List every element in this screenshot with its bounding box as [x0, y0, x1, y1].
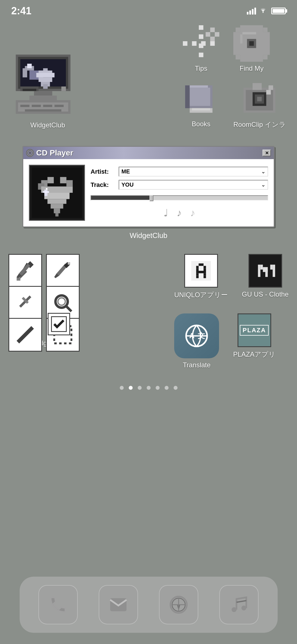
- svg-rect-30: [199, 53, 203, 57]
- cd-artist-dropdown[interactable]: ⌄: [261, 169, 265, 175]
- svg-point-97: [58, 298, 65, 305]
- svg-rect-22: [32, 105, 41, 107]
- bottom-apps-section: WidgetClub: [0, 254, 297, 369]
- svg-rect-5: [23, 68, 27, 77]
- svg-line-98: [18, 327, 33, 342]
- cd-controls: ♩ ♪ ♪: [91, 207, 268, 219]
- page-dot-0[interactable]: [120, 386, 124, 390]
- gu-icon: [248, 254, 282, 288]
- svg-rect-109: [196, 276, 199, 278]
- svg-rect-82: [46, 188, 48, 190]
- svg-rect-102: [196, 266, 199, 269]
- findmy-icon: [233, 25, 270, 62]
- cd-progress-bar[interactable]: [91, 195, 268, 200]
- top-apps-row: WidgetClub: [0, 17, 297, 129]
- dock-phone[interactable]: [38, 585, 78, 624]
- compass-icon: [169, 595, 188, 615]
- app-plaza[interactable]: PLAZA PLAZAアプリ: [233, 313, 275, 359]
- status-icons: [247, 6, 286, 15]
- checkbox-overlay: [48, 313, 70, 335]
- cd-progress-fill: [91, 196, 153, 200]
- cd-album-art: [29, 165, 85, 221]
- cd-prev-button[interactable]: ♩: [164, 207, 168, 219]
- cd-next-button[interactable]: ♪: [190, 207, 195, 219]
- app-widgetclub-top[interactable]: WidgetClub: [11, 45, 84, 129]
- findmy-label: Find My: [240, 65, 263, 72]
- status-time: 2:41: [11, 5, 31, 17]
- svg-rect-106: [196, 271, 206, 273]
- svg-rect-12: [43, 84, 48, 89]
- app-translate[interactable]: A 文 Translate: [174, 313, 219, 369]
- svg-rect-70: [60, 177, 66, 184]
- cd-close-button[interactable]: ✕: [263, 150, 271, 156]
- svg-text:文: 文: [198, 331, 205, 340]
- svg-rect-107: [196, 273, 199, 276]
- page-dot-5[interactable]: [165, 386, 169, 390]
- page-dot-2[interactable]: [138, 386, 142, 390]
- plaza-text: PLAZA: [240, 325, 269, 336]
- svg-rect-21: [20, 105, 30, 107]
- svg-point-66: [30, 153, 31, 153]
- pixel-grid-icon-2: [46, 254, 80, 288]
- svg-rect-17: [23, 89, 36, 91]
- pixel-computer-icon: [11, 45, 84, 118]
- svg-rect-32: [192, 41, 196, 46]
- svg-rect-48: [242, 32, 256, 34]
- page-dot-1[interactable]: [129, 386, 133, 390]
- dock-mail[interactable]: [99, 585, 138, 624]
- app-tips[interactable]: Tips: [183, 25, 219, 72]
- page-dot-4[interactable]: [156, 386, 160, 390]
- svg-rect-36: [210, 37, 215, 41]
- svg-rect-105: [204, 268, 206, 271]
- svg-rect-31: [183, 41, 187, 46]
- svg-line-96: [66, 306, 72, 311]
- app-books[interactable]: Books: [183, 81, 219, 128]
- cd-title-left: CD Player: [26, 148, 73, 157]
- svg-rect-42: [236, 27, 240, 32]
- app-roomclip[interactable]: RoomClip インラ: [233, 81, 286, 129]
- app-findmy[interactable]: Find My: [233, 25, 270, 72]
- svg-rect-27: [199, 25, 203, 30]
- cd-player-window: CD Player ✕: [22, 146, 275, 227]
- svg-rect-34: [210, 41, 215, 46]
- cd-track-dropdown[interactable]: ⌄: [261, 182, 265, 188]
- cd-artist-row: Artist: ME ⌄: [91, 167, 268, 177]
- widgetclub-grid-widget: WidgetClub: [8, 254, 90, 347]
- svg-rect-81: [44, 193, 47, 196]
- dock-music[interactable]: [219, 585, 259, 624]
- svg-point-127: [232, 607, 237, 612]
- svg-rect-14: [34, 91, 52, 96]
- svg-rect-78: [55, 213, 58, 216]
- svg-rect-10: [39, 77, 52, 82]
- page-dot-3[interactable]: [147, 386, 151, 390]
- svg-rect-103: [204, 266, 206, 269]
- mail-icon: [109, 595, 128, 615]
- cd-scrubber-thumb[interactable]: [149, 195, 153, 201]
- svg-rect-112: [273, 265, 275, 277]
- books-icon: [183, 81, 219, 117]
- books-label: Books: [192, 120, 211, 128]
- page-dots: [0, 386, 297, 390]
- cd-title-bar: CD Player ✕: [23, 147, 274, 159]
- svg-point-0: [263, 12, 264, 13]
- cd-info: Artist: ME ⌄ Track: YOU ⌄: [91, 165, 268, 221]
- translate-icon: A 文: [174, 313, 219, 358]
- app-uniqlo[interactable]: UNIQLOアプリー: [174, 254, 228, 299]
- svg-rect-52: [185, 85, 190, 108]
- svg-rect-77: [54, 208, 60, 213]
- svg-rect-101: [199, 263, 204, 266]
- dock-safari[interactable]: [159, 585, 198, 624]
- cd-play-button[interactable]: ♪: [177, 207, 182, 219]
- app-gu[interactable]: GU US - Clothe: [242, 254, 289, 298]
- tips-label: Tips: [195, 65, 207, 72]
- svg-rect-111: [258, 265, 260, 277]
- svg-rect-113: [260, 265, 263, 270]
- svg-rect-43: [263, 27, 268, 32]
- svg-rect-23: [43, 105, 52, 107]
- cd-track-label: Track:: [91, 181, 116, 189]
- cd-content: Artist: ME ⌄ Track: YOU ⌄: [23, 159, 274, 226]
- music-icon: [229, 595, 249, 615]
- svg-rect-28: [199, 35, 203, 39]
- widgetclub-top-label: WidgetClub: [30, 121, 65, 129]
- page-dot-6[interactable]: [174, 386, 178, 390]
